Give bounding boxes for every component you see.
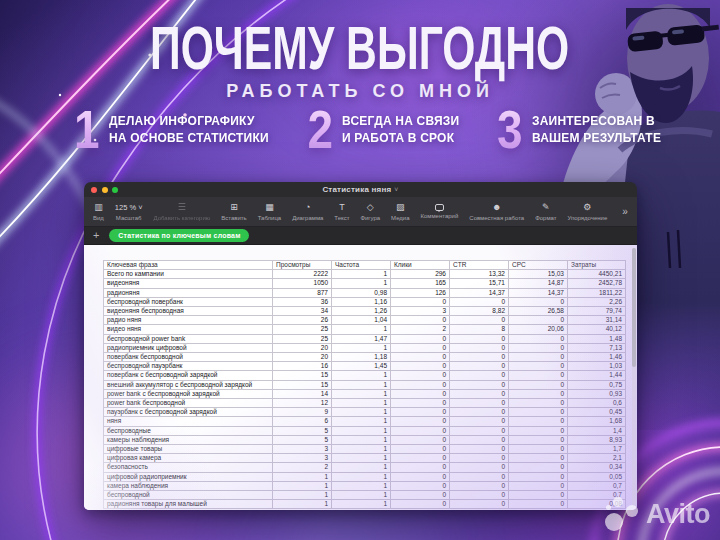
value-cell[interactable]: 1,46 bbox=[568, 353, 626, 362]
value-cell[interactable]: 1,7 bbox=[568, 445, 626, 454]
column-header[interactable]: CTR bbox=[450, 261, 509, 270]
keyword-cell[interactable]: няня bbox=[104, 417, 273, 426]
value-cell[interactable]: 877 bbox=[273, 288, 332, 297]
value-cell[interactable]: 0 bbox=[509, 435, 568, 444]
value-cell[interactable]: 1 bbox=[332, 472, 391, 481]
value-cell[interactable]: 1 bbox=[273, 472, 332, 481]
value-cell[interactable]: 0 bbox=[450, 362, 509, 371]
value-cell[interactable]: 1,48 bbox=[568, 334, 626, 343]
value-cell[interactable]: 14,37 bbox=[509, 288, 568, 297]
value-cell[interactable]: 1 bbox=[332, 417, 391, 426]
value-cell[interactable]: 1 bbox=[332, 279, 391, 288]
value-cell[interactable]: 1 bbox=[332, 371, 391, 380]
value-cell[interactable]: 31,14 bbox=[568, 316, 626, 325]
value-cell[interactable]: 0 bbox=[391, 454, 450, 463]
value-cell[interactable]: 14,37 bbox=[450, 288, 509, 297]
value-cell[interactable]: 0 bbox=[450, 445, 509, 454]
value-cell[interactable]: 0 bbox=[509, 362, 568, 371]
toolbar-item-format[interactable]: ✎Формат bbox=[535, 203, 556, 221]
add-sheet-button[interactable]: + bbox=[93, 230, 99, 241]
column-header[interactable]: Просмотры bbox=[273, 261, 332, 270]
toolbar-item-shape[interactable]: ◇Фигура bbox=[360, 203, 380, 221]
sheet-tab-active[interactable]: Статистика по ключевым словам bbox=[109, 229, 249, 242]
value-cell[interactable]: 0 bbox=[450, 408, 509, 417]
value-cell[interactable]: 15,71 bbox=[450, 279, 509, 288]
value-cell[interactable]: 0 bbox=[509, 334, 568, 343]
value-cell[interactable]: 6 bbox=[273, 417, 332, 426]
value-cell[interactable]: 0 bbox=[509, 297, 568, 306]
value-cell[interactable]: 0 bbox=[509, 426, 568, 435]
value-cell[interactable]: 3 bbox=[391, 307, 450, 316]
value-cell[interactable]: 0 bbox=[509, 454, 568, 463]
column-header[interactable]: Ключевая фраза bbox=[104, 261, 273, 270]
value-cell[interactable]: 1811,22 bbox=[568, 288, 626, 297]
keyword-cell[interactable]: радиоприемник цифровой bbox=[104, 343, 273, 352]
value-cell[interactable]: 0 bbox=[509, 417, 568, 426]
value-cell[interactable]: 0 bbox=[391, 408, 450, 417]
value-cell[interactable]: 15,03 bbox=[509, 270, 568, 279]
value-cell[interactable]: 0 bbox=[450, 389, 509, 398]
value-cell[interactable]: 0 bbox=[509, 399, 568, 408]
value-cell[interactable]: 1,04 bbox=[332, 316, 391, 325]
value-cell[interactable]: 34 bbox=[273, 307, 332, 316]
value-cell[interactable]: 1 bbox=[332, 463, 391, 472]
value-cell[interactable]: 7,13 bbox=[568, 343, 626, 352]
value-cell[interactable]: 0,6 bbox=[568, 399, 626, 408]
value-cell[interactable]: 2 bbox=[391, 325, 450, 334]
value-cell[interactable]: 12 bbox=[273, 399, 332, 408]
value-cell[interactable]: 0,98 bbox=[332, 288, 391, 297]
value-cell[interactable]: 0 bbox=[391, 491, 450, 500]
value-cell[interactable]: 0 bbox=[450, 463, 509, 472]
window-titlebar[interactable]: Статистика няня˅ bbox=[84, 182, 637, 197]
value-cell[interactable]: 2452,78 bbox=[568, 279, 626, 288]
value-cell[interactable]: 0 bbox=[450, 343, 509, 352]
value-cell[interactable]: 0,93 bbox=[568, 389, 626, 398]
value-cell[interactable]: 1,45 bbox=[332, 362, 391, 371]
value-cell[interactable]: 0 bbox=[450, 454, 509, 463]
value-cell[interactable]: 1,03 bbox=[568, 362, 626, 371]
keyword-cell[interactable]: цифровые товары bbox=[104, 445, 273, 454]
keyword-cell[interactable]: радионяня bbox=[104, 288, 273, 297]
vertical-scrollbar[interactable] bbox=[632, 248, 636, 507]
value-cell[interactable]: 0 bbox=[509, 389, 568, 398]
value-cell[interactable]: 25 bbox=[273, 334, 332, 343]
value-cell[interactable]: 1 bbox=[332, 325, 391, 334]
keyword-cell[interactable]: беспроводной bbox=[104, 491, 273, 500]
value-cell[interactable]: 0 bbox=[450, 435, 509, 444]
value-cell[interactable]: 1 bbox=[332, 380, 391, 389]
value-cell[interactable]: 0 bbox=[391, 297, 450, 306]
value-cell[interactable]: 0 bbox=[509, 316, 568, 325]
zoom-level-control[interactable]: 125 % ˅ bbox=[115, 203, 143, 213]
value-cell[interactable]: 1,26 bbox=[332, 307, 391, 316]
value-cell[interactable]: 1 bbox=[332, 491, 391, 500]
value-cell[interactable]: 0 bbox=[450, 316, 509, 325]
value-cell[interactable]: 0 bbox=[391, 500, 450, 509]
keyword-cell[interactable]: повербанк беспроводной bbox=[104, 353, 273, 362]
value-cell[interactable]: 0 bbox=[450, 426, 509, 435]
value-cell[interactable]: 15 bbox=[273, 371, 332, 380]
value-cell[interactable]: 2,1 bbox=[568, 454, 626, 463]
value-cell[interactable]: 26,58 bbox=[509, 307, 568, 316]
value-cell[interactable]: 13,32 bbox=[450, 270, 509, 279]
value-cell[interactable]: 0 bbox=[391, 435, 450, 444]
minimize-button[interactable] bbox=[102, 187, 108, 193]
value-cell[interactable]: 0 bbox=[391, 445, 450, 454]
column-header[interactable]: Затраты bbox=[568, 261, 626, 270]
keyword-cell[interactable]: радионяня товары для малышей bbox=[104, 500, 273, 509]
value-cell[interactable]: 3 bbox=[273, 454, 332, 463]
toolbar-item-text[interactable]: TТекст bbox=[334, 203, 349, 221]
keyword-cell[interactable]: цифровой радиоприемник bbox=[104, 472, 273, 481]
value-cell[interactable]: 79,74 bbox=[568, 307, 626, 316]
value-cell[interactable]: 1 bbox=[332, 389, 391, 398]
value-cell[interactable]: 8 bbox=[450, 325, 509, 334]
value-cell[interactable]: 0 bbox=[450, 371, 509, 380]
toolbar-item-view[interactable]: ▥Вид bbox=[93, 203, 104, 221]
value-cell[interactable]: 0 bbox=[509, 380, 568, 389]
value-cell[interactable]: 0 bbox=[391, 343, 450, 352]
toolbar-item-add-category[interactable]: ☰Добавить категорию bbox=[154, 203, 211, 221]
keyword-cell[interactable]: камера наблюдения bbox=[104, 481, 273, 490]
keyword-cell[interactable]: беспроводные bbox=[104, 426, 273, 435]
title-chevron-icon[interactable]: ˅ bbox=[394, 186, 398, 193]
value-cell[interactable]: 0 bbox=[391, 353, 450, 362]
keyword-cell[interactable]: цифровая камера bbox=[104, 454, 273, 463]
